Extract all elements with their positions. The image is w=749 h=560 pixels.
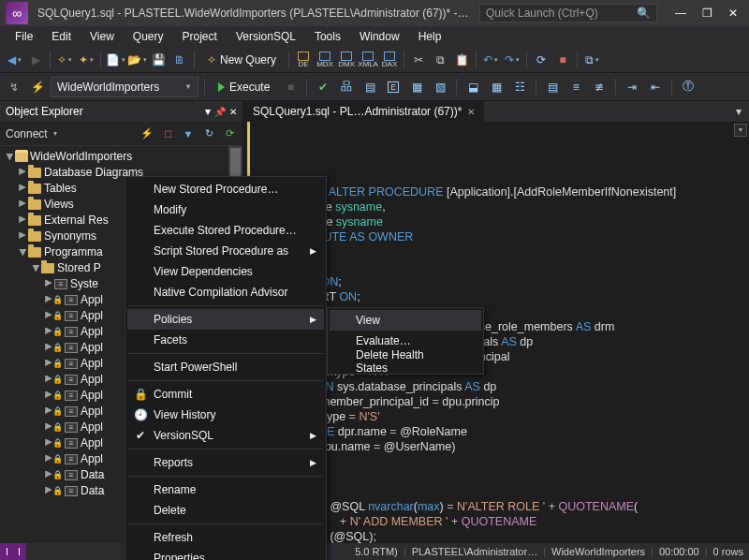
connection-icon[interactable]: ⚡	[27, 77, 48, 97]
sp-ico-icon	[65, 438, 78, 449]
results-text-button[interactable]: ☷	[509, 77, 530, 97]
editor-tab[interactable]: SQLQuery1.sql - PL…Administrator (67))* …	[243, 101, 484, 122]
undo-button[interactable]: ↶	[480, 50, 501, 70]
query-type-dax[interactable]: DAX	[379, 50, 400, 70]
tab-dropdown[interactable]: ▾	[728, 101, 749, 122]
new-file-button[interactable]: 📄	[105, 50, 125, 70]
specify-values-button[interactable]: Ⓣ	[678, 77, 698, 97]
include-plan-button[interactable]: ▦	[406, 77, 427, 97]
menu-project[interactable]: Project	[173, 28, 227, 45]
parse-button[interactable]: ✔	[313, 77, 333, 97]
outdent-button[interactable]: ⇤	[645, 77, 666, 97]
menu-view[interactable]: View	[81, 28, 124, 45]
context-menu[interactable]: New Stored Procedure…ModifyExecute Store…	[125, 176, 327, 560]
estimated-plan-button[interactable]: 品	[336, 77, 357, 97]
query-type-de[interactable]: DE	[293, 50, 314, 70]
disconnect-icon[interactable]: ⚡	[140, 126, 154, 141]
menu-window[interactable]: Window	[350, 28, 409, 45]
menu-tools[interactable]: Tools	[305, 28, 350, 45]
context-submenu[interactable]: ViewEvaluate…Delete Health States	[327, 307, 484, 375]
menu-item[interactable]: ✔VersionSQL▶	[127, 425, 324, 446]
menu-item[interactable]: Script Stored Procedure as▶	[127, 241, 324, 261]
menu-item[interactable]: Refresh	[127, 527, 324, 548]
execute-button[interactable]: Execute	[211, 77, 277, 97]
menu-item[interactable]: Policies▶	[127, 309, 324, 330]
split-icon[interactable]: ▾	[734, 124, 747, 137]
cancel-query-button[interactable]: ■	[280, 77, 301, 97]
query-type-xmla[interactable]: XMLA	[358, 50, 378, 70]
query-type-dmx[interactable]: DMX	[336, 50, 357, 70]
submenu-arrow-icon: ▶	[310, 431, 316, 440]
filter-icon[interactable]: ▼	[181, 126, 196, 141]
tree-label: Data	[81, 483, 104, 498]
pin-icon[interactable]: 📌	[214, 107, 226, 117]
dropdown-icon[interactable]: ▾	[205, 105, 211, 118]
sp-ico-icon	[65, 359, 78, 369]
close-button[interactable]: ✕	[727, 7, 740, 20]
sync-icon[interactable]: ⟳	[222, 126, 237, 141]
nav-back-button[interactable]: ◀	[4, 50, 24, 70]
query-options-button[interactable]: ▤	[360, 77, 380, 97]
lock-icon: 🔒	[52, 483, 63, 498]
menu-item[interactable]: Start PowerShell	[127, 357, 324, 377]
cut-button[interactable]: ✂	[408, 50, 429, 70]
results-grid-button[interactable]: ▦	[486, 77, 507, 97]
tree-node[interactable]: ⯆WideWorldImporters	[0, 149, 242, 164]
indent-button[interactable]: ⇥	[622, 77, 642, 97]
activity-button[interactable]: ⟳	[531, 50, 551, 70]
change-connection-button[interactable]: ↯	[4, 77, 24, 97]
new-query-button[interactable]: ✧ New Query	[198, 50, 285, 70]
paste-button[interactable]: 📋	[451, 50, 472, 70]
open-item-button[interactable]: ✦	[76, 50, 96, 70]
new-item-button[interactable]: ✧	[54, 50, 75, 70]
submenu-item[interactable]: Delete Health States	[330, 351, 481, 372]
results-file-button[interactable]: ▤	[542, 77, 563, 97]
comment-button[interactable]: ≡	[565, 77, 586, 97]
menu-item[interactable]: View Dependencies	[127, 261, 324, 282]
close-pane-icon[interactable]: ✕	[229, 107, 237, 117]
menu-item[interactable]: Delete	[127, 500, 324, 521]
connect-label[interactable]: Connect	[6, 127, 48, 140]
menu-versionsql[interactable]: VersionSQL	[227, 28, 305, 45]
menu-item[interactable]: 🔒Commit	[127, 384, 324, 405]
stop-dbg-button[interactable]: ■	[552, 50, 573, 70]
quick-launch-input[interactable]: Quick Launch (Ctrl+Q) 🔍	[479, 4, 657, 22]
redo-button[interactable]: ↷	[502, 50, 522, 70]
menu-item[interactable]: Native Compilation Advisor	[127, 282, 324, 302]
restore-button[interactable]: ❐	[700, 7, 713, 20]
menu-item[interactable]: 🕘View History	[127, 405, 324, 425]
tree-label: Programma	[44, 244, 103, 259]
submenu-item[interactable]: View	[330, 310, 481, 331]
open-file-button[interactable]: 📂	[126, 50, 147, 70]
menu-item[interactable]: New Stored Procedure…	[127, 179, 324, 199]
tree-label: Appl	[81, 451, 103, 466]
registered-servers-button[interactable]: ⧉	[581, 50, 602, 70]
client-stats-button[interactable]: ⬓	[463, 77, 483, 97]
stop-icon[interactable]: ◻	[160, 126, 175, 141]
save-button[interactable]: 💾	[148, 50, 169, 70]
database-selector[interactable]: WideWorldImporters ▼	[51, 77, 198, 97]
lock-icon: 🔒	[52, 467, 63, 482]
menu-item[interactable]: Modify	[127, 199, 324, 220]
minimize-button[interactable]: —	[674, 7, 687, 20]
uncomment-button[interactable]: ≢	[589, 77, 609, 97]
menu-file[interactable]: File	[6, 28, 42, 45]
menu-query[interactable]: Query	[124, 28, 173, 45]
menu-item[interactable]: Properties	[127, 548, 324, 560]
live-stats-button[interactable]: ▧	[430, 77, 450, 97]
menu-item[interactable]: Facets	[127, 330, 324, 350]
query-type-mdx[interactable]: MDX	[315, 50, 335, 70]
refresh-icon[interactable]: ↻	[201, 126, 216, 141]
save-all-button[interactable]: 🗎	[169, 50, 190, 70]
menu-item[interactable]: Rename	[127, 479, 324, 500]
menu-help[interactable]: Help	[409, 28, 451, 45]
nav-fwd-button[interactable]: ▶	[25, 50, 46, 70]
menu-item[interactable]: Execute Stored Procedure…	[127, 220, 324, 241]
menu-edit[interactable]: Edit	[42, 28, 81, 45]
status-segment: 00:00:00	[659, 546, 699, 557]
tab-close-icon[interactable]: ✕	[467, 107, 475, 117]
menu-item[interactable]: Reports▶	[127, 452, 324, 473]
copy-button[interactable]: ⧉	[430, 50, 450, 70]
intellisense-button[interactable]: E	[383, 77, 404, 97]
sp-ico-icon	[65, 343, 78, 353]
